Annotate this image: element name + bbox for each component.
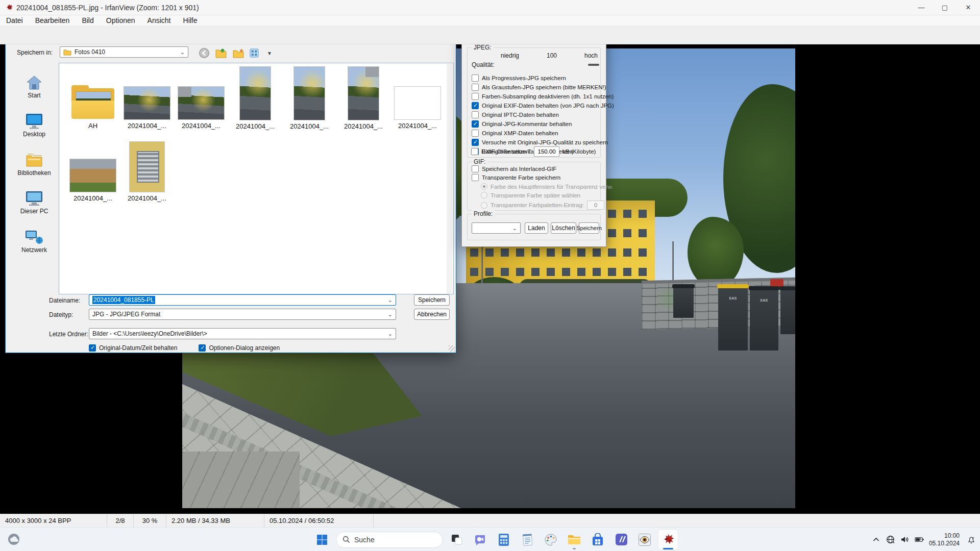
irfanview-taskbar-icon[interactable] — [658, 530, 678, 550]
profile-delete-button[interactable]: Löschen — [551, 222, 576, 234]
file-explorer-icon[interactable] — [565, 530, 584, 550]
widgets-weather-icon[interactable] — [4, 530, 24, 550]
menu-hilfe[interactable]: Hilfe — [177, 15, 204, 26]
radio-choose-later[interactable]: Transparente Farbe später wählen — [481, 192, 580, 198]
profile-save-button[interactable]: Speichern — [579, 222, 599, 234]
task-view-icon[interactable] — [447, 530, 467, 550]
close-button[interactable]: ✕ — [957, 0, 980, 15]
option-interlaced-gif[interactable]: Speichern als Interlaced-GIF — [472, 165, 556, 172]
place-bibliotheken[interactable]: Bibliotheken — [11, 152, 57, 177]
search-box[interactable]: Suche — [336, 532, 443, 548]
up-folder-icon[interactable] — [215, 47, 227, 59]
filetype-combobox[interactable]: JPG - JPG/JPEG Format ⌄ — [89, 309, 396, 320]
option-grayscale[interactable]: Als Graustufen-JPG speichern (bitte MERK… — [472, 84, 606, 91]
file-item[interactable]: 20241004_... — [229, 66, 282, 130]
option-progressive[interactable]: Als Progressives-JPG speichern — [472, 74, 566, 82]
checkbox-icon[interactable] — [472, 139, 479, 146]
option-keep-xmp[interactable]: Original XMP-Daten behalten — [472, 130, 558, 137]
option-subsampling[interactable]: Farben-Subsampling deaktivieren (dh. 1x1… — [472, 93, 614, 100]
keep-date-checkbox[interactable]: Original-Datum/Zeit behalten — [89, 344, 177, 352]
profile-combobox[interactable]: ⌄ — [472, 222, 521, 234]
paint-icon[interactable] — [541, 530, 560, 550]
checkbox-icon[interactable] — [471, 148, 478, 155]
radio-icon[interactable] — [481, 192, 487, 198]
quality-slider-thumb[interactable] — [588, 64, 599, 66]
no-internet-icon[interactable] — [886, 535, 895, 544]
maximize-button[interactable]: ▢ — [933, 0, 957, 15]
option-keep-iptc[interactable]: Original IPTC-Daten behalten — [472, 111, 559, 118]
file-item-folder-ah[interactable]: AH — [66, 66, 119, 130]
cancel-button[interactable]: Abbrechen — [414, 309, 450, 320]
save-button[interactable]: Speichern — [414, 294, 450, 306]
checkbox-icon[interactable] — [89, 344, 96, 352]
checkbox-icon[interactable] — [472, 111, 479, 118]
place-start[interactable]: Start — [11, 75, 57, 99]
checkbox-icon[interactable] — [199, 344, 206, 352]
option-keep-comment[interactable]: Original-JPG-Kommentar behalten — [472, 120, 572, 128]
tray-chevron-icon[interactable] — [872, 537, 881, 542]
view-menu-caret-icon[interactable]: ▼ — [267, 51, 272, 56]
checkbox-icon[interactable] — [472, 84, 479, 91]
filesize-input[interactable] — [534, 146, 559, 157]
menu-bearbeiten[interactable]: Bearbeiten — [29, 15, 76, 26]
image-thumbnail — [124, 86, 170, 120]
checkbox-icon[interactable] — [472, 130, 479, 137]
checkbox-icon[interactable] — [472, 74, 479, 82]
battery-icon[interactable] — [915, 536, 924, 543]
image-viewer-icon[interactable] — [635, 530, 654, 550]
checkbox-icon[interactable] — [472, 102, 479, 109]
radio-icon[interactable] — [481, 183, 487, 190]
place-desktop[interactable]: Desktop — [11, 113, 57, 138]
file-item[interactable]: 20241004_... — [120, 139, 174, 202]
start-button[interactable] — [312, 530, 332, 550]
file-item[interactable]: 20241004_... — [120, 66, 174, 130]
look-in-combobox[interactable]: Fotos 0410 ⌄ — [60, 46, 188, 58]
file-item[interactable]: 20241004_... — [391, 66, 444, 130]
libraries-icon — [25, 152, 43, 168]
option-transparent-color[interactable]: Transparente Farbe speichern — [472, 174, 560, 181]
radio-palette-entry[interactable]: Transparenter Farbpaletten-Eintrag: — [481, 201, 604, 210]
option-keep-exif[interactable]: Original EXIF-Daten behalten (von JPG na… — [472, 102, 614, 109]
image-thumbnail — [293, 66, 325, 120]
place-netzwerk[interactable]: Netzwerk — [11, 229, 57, 254]
menu-datei[interactable]: Datei — [0, 15, 29, 26]
taskbar-clock[interactable]: 10:00 05.10.2024 — [929, 532, 960, 547]
file-item[interactable]: 20241004_... — [337, 66, 390, 130]
checkbox-icon[interactable] — [472, 174, 479, 181]
new-folder-icon[interactable] — [232, 47, 244, 59]
file-item[interactable]: 20241004_... — [283, 66, 336, 130]
teams-chat-icon[interactable] — [471, 530, 490, 550]
microsoft-store-icon[interactable] — [588, 530, 607, 550]
file-list: AH 20241004_... 20241004_... 20241004_..… — [59, 63, 454, 294]
menu-bild[interactable]: Bild — [76, 15, 100, 26]
radio-icon[interactable] — [481, 202, 487, 209]
do-not-disturb-bell-icon[interactable]: z — [967, 535, 976, 544]
notepad-icon[interactable] — [518, 530, 537, 550]
checkbox-icon[interactable] — [472, 165, 479, 172]
gif-group-label: GIF: — [472, 158, 487, 165]
file-item[interactable]: 20241004_... — [175, 66, 228, 130]
checkbox-icon[interactable] — [472, 93, 479, 100]
filename-combobox[interactable]: 20241004_081855-PL ⌄ — [89, 294, 396, 306]
calculator-icon[interactable] — [494, 530, 513, 550]
option-set-filesize[interactable]: Dateigröße setzen: kB (Kilobyte) — [471, 146, 596, 157]
option-original-quality[interactable]: Versuche mit Original-JPG-Qualität zu sp… — [472, 139, 608, 146]
purple-media-app-icon[interactable] — [611, 530, 631, 550]
file-list-scrollbar[interactable] — [447, 64, 453, 293]
file-item[interactable]: 20241004_... — [66, 139, 119, 202]
radio-main-window-color[interactable]: Farbe des Hauptfensters für Transparenz … — [481, 183, 613, 190]
view-menu-icon[interactable] — [250, 48, 262, 58]
menu-optionen[interactable]: Optionen — [100, 15, 141, 26]
profile-load-button[interactable]: Laden — [525, 222, 548, 234]
place-dieser-pc[interactable]: Dieser PC — [11, 190, 57, 215]
profile-group-label: Profile: — [472, 210, 495, 217]
palette-entry-input[interactable] — [587, 201, 604, 210]
menu-ansicht[interactable]: Ansicht — [141, 15, 177, 26]
checkbox-icon[interactable] — [472, 120, 479, 128]
resize-grip[interactable] — [449, 345, 455, 352]
volume-icon[interactable] — [900, 536, 910, 543]
show-options-checkbox[interactable]: Optionen-Dialog anzeigen — [199, 344, 280, 352]
back-icon[interactable] — [199, 47, 210, 59]
minimize-button[interactable]: — — [910, 0, 933, 15]
recent-folders-combobox[interactable]: Bilder - <C:\Users\leezy\OneDrive\Bilder… — [89, 328, 396, 339]
